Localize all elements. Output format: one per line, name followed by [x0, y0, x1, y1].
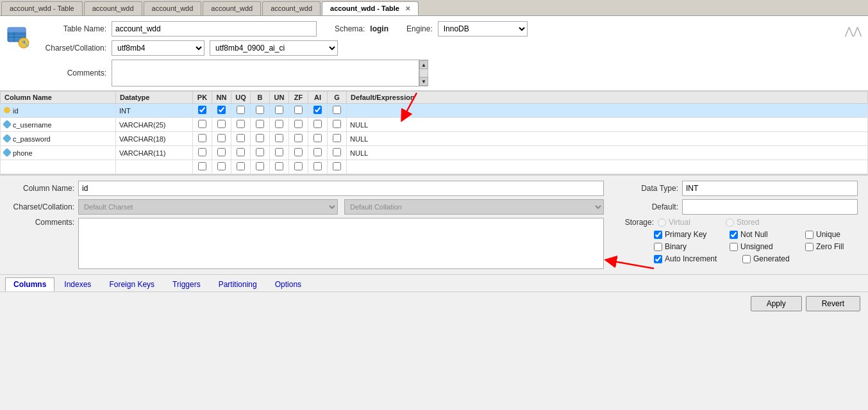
tab-4[interactable]: account_wdd [262, 1, 321, 15]
tab-5[interactable]: account_wdd - Table ✕ [322, 1, 419, 15]
col-checkbox-ai[interactable] [313, 162, 322, 170]
col-checkbox-zf[interactable] [294, 148, 303, 156]
default-input[interactable] [682, 199, 858, 215]
col-checkbox-zf[interactable] [294, 134, 303, 142]
not-null-item[interactable]: Not Null [730, 230, 800, 239]
col-checkbox-ai[interactable] [313, 134, 322, 142]
col-cell-g[interactable] [328, 160, 347, 174]
col-cell-zf[interactable] [289, 104, 308, 118]
virtual-radio-item[interactable]: Virtual [658, 218, 722, 227]
col-checkbox-zf[interactable] [294, 106, 303, 114]
tab-options[interactable]: Options [267, 277, 310, 291]
col-cell-zf[interactable] [289, 132, 308, 146]
engine-select[interactable]: InnoDB [438, 21, 528, 37]
col-checkbox-nn[interactable] [217, 162, 226, 170]
col-cell-b[interactable] [251, 132, 270, 146]
col-cell-nn[interactable] [212, 132, 231, 146]
primary-key-item[interactable]: Primary Key [654, 230, 724, 239]
tab-2[interactable]: account_wdd [144, 1, 202, 15]
col-checkbox-nn[interactable] [217, 106, 226, 114]
col-cell-nn[interactable] [212, 146, 231, 160]
col-cell-ai[interactable] [308, 146, 328, 160]
table-row[interactable]: idINT [1, 104, 868, 118]
col-checkbox-pk[interactable] [198, 162, 206, 170]
col-cell-g[interactable] [328, 118, 347, 132]
col-checkbox-g[interactable] [333, 148, 341, 156]
col-cell-un[interactable] [270, 146, 289, 160]
charset-select[interactable]: utf8mb4 [112, 40, 204, 56]
col-cell-un[interactable] [270, 132, 289, 146]
bottom-charset-select[interactable]: Default Charset [78, 199, 338, 215]
auto-increment-item[interactable]: Auto Increment [654, 254, 737, 263]
col-cell-un[interactable] [270, 160, 289, 174]
table-row[interactable] [1, 160, 868, 174]
col-cell-b[interactable] [251, 160, 270, 174]
data-type-input[interactable] [682, 181, 858, 196]
scroll-up-btn[interactable]: ▲ [419, 60, 428, 69]
col-checkbox-uq[interactable] [237, 162, 245, 170]
col-cell-uq[interactable] [231, 132, 251, 146]
col-cell-g[interactable] [328, 132, 347, 146]
tab-columns[interactable]: Columns [5, 277, 54, 291]
col-checkbox-uq[interactable] [237, 106, 245, 114]
col-cell-nn[interactable] [212, 160, 231, 174]
col-checkbox-nn[interactable] [217, 120, 226, 128]
col-cell-pk[interactable] [193, 146, 212, 160]
col-checkbox-un[interactable] [275, 134, 283, 142]
revert-button[interactable]: Revert [806, 296, 860, 311]
col-cell-b[interactable] [251, 104, 270, 118]
col-checkbox-b[interactable] [256, 106, 264, 114]
col-cell-pk[interactable] [193, 132, 212, 146]
col-checkbox-b[interactable] [256, 134, 264, 142]
col-cell-zf[interactable] [289, 118, 308, 132]
col-cell-uq[interactable] [231, 104, 251, 118]
col-cell-g[interactable] [328, 146, 347, 160]
col-checkbox-uq[interactable] [237, 134, 245, 142]
col-cell-ai[interactable] [308, 104, 328, 118]
bottom-column-name-input[interactable] [78, 181, 604, 196]
primary-key-checkbox[interactable] [654, 231, 662, 239]
col-cell-b[interactable] [251, 118, 270, 132]
zero-fill-checkbox[interactable] [805, 243, 814, 251]
col-cell-un[interactable] [270, 118, 289, 132]
col-checkbox-pk[interactable] [198, 106, 206, 114]
table-row[interactable]: c_usernameVARCHAR(25)NULL [1, 118, 868, 132]
tab-indexes[interactable]: Indexes [56, 277, 99, 291]
tab-partitioning[interactable]: Partitioning [210, 277, 265, 291]
close-tab-icon[interactable]: ✕ [405, 5, 410, 12]
col-cell-zf[interactable] [289, 146, 308, 160]
col-checkbox-nn[interactable] [217, 134, 226, 142]
col-cell-g[interactable] [328, 104, 347, 118]
comments-textarea[interactable] [112, 60, 419, 86]
zero-fill-item[interactable]: Zero Fill [805, 242, 868, 251]
unique-item[interactable]: Unique [805, 230, 868, 239]
col-checkbox-ai[interactable] [313, 148, 322, 156]
col-checkbox-uq[interactable] [237, 120, 245, 128]
col-cell-nn[interactable] [212, 104, 231, 118]
table-name-input[interactable] [112, 21, 317, 37]
col-checkbox-nn[interactable] [217, 148, 226, 156]
col-checkbox-zf[interactable] [294, 162, 303, 170]
col-checkbox-b[interactable] [256, 120, 264, 128]
bottom-collation-select[interactable]: Default Collation [344, 199, 604, 215]
col-cell-ai[interactable] [308, 118, 328, 132]
col-checkbox-b[interactable] [256, 148, 264, 156]
col-checkbox-pk[interactable] [198, 134, 206, 142]
col-checkbox-un[interactable] [275, 106, 283, 114]
unsigned-item[interactable]: Unsigned [730, 242, 800, 251]
binary-item[interactable]: Binary [654, 242, 724, 251]
generated-checkbox[interactable] [742, 255, 751, 263]
col-cell-nn[interactable] [212, 118, 231, 132]
tab-triggers[interactable]: Triggers [164, 277, 209, 291]
tab-foreign-keys[interactable]: Foreign Keys [101, 277, 163, 291]
generated-item[interactable]: Generated [742, 254, 813, 263]
auto-increment-checkbox[interactable] [654, 255, 662, 263]
tab-0[interactable]: account_wdd - Table [1, 1, 83, 15]
collation-select[interactable]: utf8mb4_0900_ai_ci [210, 40, 338, 56]
col-checkbox-ai[interactable] [313, 106, 322, 114]
unique-checkbox[interactable] [805, 231, 814, 239]
col-checkbox-zf[interactable] [294, 120, 303, 128]
collapse-icon[interactable]: ⋀⋀ [845, 25, 862, 37]
bottom-comments-textarea[interactable] [78, 218, 604, 269]
scroll-down-btn[interactable]: ▼ [419, 77, 428, 86]
